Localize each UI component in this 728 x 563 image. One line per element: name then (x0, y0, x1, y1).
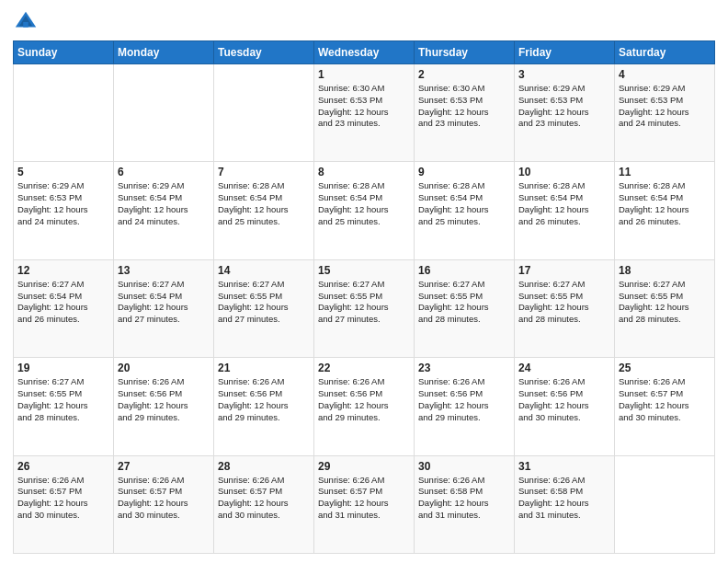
calendar-cell: 14Sunrise: 6:27 AM Sunset: 6:55 PM Dayli… (214, 259, 314, 357)
day-number: 14 (218, 264, 310, 277)
week-row-5: 26Sunrise: 6:26 AM Sunset: 6:57 PM Dayli… (14, 455, 715, 553)
week-row-2: 5Sunrise: 6:29 AM Sunset: 6:53 PM Daylig… (14, 162, 715, 259)
calendar-cell: 31Sunrise: 6:26 AM Sunset: 6:58 PM Dayli… (515, 455, 615, 553)
calendar-cell: 21Sunrise: 6:26 AM Sunset: 6:56 PM Dayli… (214, 358, 314, 455)
week-row-3: 12Sunrise: 6:27 AM Sunset: 6:54 PM Dayli… (14, 259, 715, 357)
day-number: 12 (17, 264, 109, 277)
day-info: Sunrise: 6:27 AM Sunset: 6:55 PM Dayligh… (218, 279, 310, 326)
day-info: Sunrise: 6:26 AM Sunset: 6:57 PM Dayligh… (118, 475, 210, 522)
week-row-4: 19Sunrise: 6:27 AM Sunset: 6:55 PM Dayli… (14, 358, 715, 455)
day-number: 10 (518, 166, 610, 178)
day-number: 22 (318, 362, 410, 374)
calendar-cell: 5Sunrise: 6:29 AM Sunset: 6:53 PM Daylig… (14, 162, 114, 259)
day-number: 17 (518, 264, 610, 277)
day-info: Sunrise: 6:27 AM Sunset: 6:55 PM Dayligh… (17, 376, 109, 423)
calendar-cell: 12Sunrise: 6:27 AM Sunset: 6:54 PM Dayli… (14, 259, 114, 357)
calendar-cell: 27Sunrise: 6:26 AM Sunset: 6:57 PM Dayli… (114, 455, 214, 553)
day-info: Sunrise: 6:28 AM Sunset: 6:54 PM Dayligh… (518, 180, 610, 227)
day-header-saturday: Saturday (615, 41, 715, 64)
week-row-1: 1Sunrise: 6:30 AM Sunset: 6:53 PM Daylig… (14, 64, 715, 162)
day-number: 21 (218, 362, 310, 374)
day-info: Sunrise: 6:29 AM Sunset: 6:53 PM Dayligh… (619, 83, 711, 130)
calendar-header: SundayMondayTuesdayWednesdayThursdayFrid… (14, 41, 715, 64)
svg-rect-2 (23, 22, 28, 28)
day-number: 4 (619, 68, 711, 81)
calendar-cell: 22Sunrise: 6:26 AM Sunset: 6:56 PM Dayli… (314, 358, 415, 455)
calendar-cell (14, 64, 114, 162)
day-number: 26 (17, 460, 109, 473)
day-number: 3 (518, 68, 610, 81)
day-number: 16 (418, 264, 510, 277)
calendar-cell: 19Sunrise: 6:27 AM Sunset: 6:55 PM Dayli… (14, 358, 114, 455)
day-number: 29 (318, 460, 410, 473)
day-info: Sunrise: 6:26 AM Sunset: 6:57 PM Dayligh… (318, 475, 410, 522)
day-info: Sunrise: 6:26 AM Sunset: 6:56 PM Dayligh… (118, 376, 210, 423)
day-number: 31 (518, 460, 610, 473)
day-info: Sunrise: 6:27 AM Sunset: 6:55 PM Dayligh… (619, 279, 711, 326)
day-number: 5 (17, 166, 109, 178)
day-number: 13 (118, 264, 210, 277)
calendar-cell: 28Sunrise: 6:26 AM Sunset: 6:57 PM Dayli… (214, 455, 314, 553)
day-number: 25 (619, 362, 711, 374)
calendar-cell: 15Sunrise: 6:27 AM Sunset: 6:55 PM Dayli… (314, 259, 415, 357)
day-info: Sunrise: 6:30 AM Sunset: 6:53 PM Dayligh… (318, 83, 410, 130)
day-number: 23 (418, 362, 510, 374)
day-number: 20 (118, 362, 210, 374)
day-info: Sunrise: 6:26 AM Sunset: 6:58 PM Dayligh… (418, 475, 510, 522)
calendar-cell: 25Sunrise: 6:26 AM Sunset: 6:57 PM Dayli… (615, 358, 715, 455)
page: SundayMondayTuesdayWednesdayThursdayFrid… (0, 0, 728, 563)
day-info: Sunrise: 6:26 AM Sunset: 6:57 PM Dayligh… (218, 475, 310, 522)
day-header-tuesday: Tuesday (214, 41, 314, 64)
day-number: 28 (218, 460, 310, 473)
day-info: Sunrise: 6:28 AM Sunset: 6:54 PM Dayligh… (619, 180, 711, 227)
calendar-cell: 8Sunrise: 6:28 AM Sunset: 6:54 PM Daylig… (314, 162, 415, 259)
day-info: Sunrise: 6:26 AM Sunset: 6:56 PM Dayligh… (518, 376, 610, 423)
day-info: Sunrise: 6:26 AM Sunset: 6:57 PM Dayligh… (17, 475, 109, 522)
day-info: Sunrise: 6:29 AM Sunset: 6:53 PM Dayligh… (518, 83, 610, 130)
calendar-cell (214, 64, 314, 162)
day-info: Sunrise: 6:27 AM Sunset: 6:55 PM Dayligh… (518, 279, 610, 326)
day-number: 8 (318, 166, 410, 178)
calendar-cell: 1Sunrise: 6:30 AM Sunset: 6:53 PM Daylig… (314, 64, 415, 162)
logo (13, 9, 42, 35)
day-number: 11 (619, 166, 711, 178)
day-info: Sunrise: 6:26 AM Sunset: 6:57 PM Dayligh… (619, 376, 711, 423)
day-number: 27 (118, 460, 210, 473)
day-number: 6 (118, 166, 210, 178)
day-info: Sunrise: 6:28 AM Sunset: 6:54 PM Dayligh… (218, 180, 310, 227)
calendar-cell: 16Sunrise: 6:27 AM Sunset: 6:55 PM Dayli… (415, 259, 515, 357)
calendar-cell: 30Sunrise: 6:26 AM Sunset: 6:58 PM Dayli… (415, 455, 515, 553)
calendar-cell: 4Sunrise: 6:29 AM Sunset: 6:53 PM Daylig… (615, 64, 715, 162)
header (13, 9, 715, 35)
day-number: 1 (318, 68, 410, 81)
day-info: Sunrise: 6:27 AM Sunset: 6:54 PM Dayligh… (118, 279, 210, 326)
day-header-sunday: Sunday (14, 41, 114, 64)
day-info: Sunrise: 6:29 AM Sunset: 6:54 PM Dayligh… (118, 180, 210, 227)
day-info: Sunrise: 6:26 AM Sunset: 6:56 PM Dayligh… (218, 376, 310, 423)
day-header-thursday: Thursday (415, 41, 515, 64)
calendar-cell: 17Sunrise: 6:27 AM Sunset: 6:55 PM Dayli… (515, 259, 615, 357)
calendar-body: 1Sunrise: 6:30 AM Sunset: 6:53 PM Daylig… (14, 64, 715, 554)
calendar-table: SundayMondayTuesdayWednesdayThursdayFrid… (13, 40, 715, 554)
calendar-cell: 2Sunrise: 6:30 AM Sunset: 6:53 PM Daylig… (415, 64, 515, 162)
day-number: 24 (518, 362, 610, 374)
day-info: Sunrise: 6:30 AM Sunset: 6:53 PM Dayligh… (418, 83, 510, 130)
day-info: Sunrise: 6:27 AM Sunset: 6:55 PM Dayligh… (318, 279, 410, 326)
calendar-cell (615, 455, 715, 553)
day-info: Sunrise: 6:29 AM Sunset: 6:53 PM Dayligh… (17, 180, 109, 227)
header-row: SundayMondayTuesdayWednesdayThursdayFrid… (14, 41, 715, 64)
day-info: Sunrise: 6:28 AM Sunset: 6:54 PM Dayligh… (418, 180, 510, 227)
day-header-monday: Monday (114, 41, 214, 64)
day-number: 15 (318, 264, 410, 277)
calendar-cell: 6Sunrise: 6:29 AM Sunset: 6:54 PM Daylig… (114, 162, 214, 259)
day-info: Sunrise: 6:28 AM Sunset: 6:54 PM Dayligh… (318, 180, 410, 227)
calendar-cell: 3Sunrise: 6:29 AM Sunset: 6:53 PM Daylig… (515, 64, 615, 162)
calendar-cell: 7Sunrise: 6:28 AM Sunset: 6:54 PM Daylig… (214, 162, 314, 259)
day-header-friday: Friday (515, 41, 615, 64)
logo-icon (13, 9, 39, 35)
calendar-cell: 11Sunrise: 6:28 AM Sunset: 6:54 PM Dayli… (615, 162, 715, 259)
calendar-cell: 29Sunrise: 6:26 AM Sunset: 6:57 PM Dayli… (314, 455, 415, 553)
calendar-cell: 9Sunrise: 6:28 AM Sunset: 6:54 PM Daylig… (415, 162, 515, 259)
calendar-cell: 26Sunrise: 6:26 AM Sunset: 6:57 PM Dayli… (14, 455, 114, 553)
calendar-cell: 10Sunrise: 6:28 AM Sunset: 6:54 PM Dayli… (515, 162, 615, 259)
